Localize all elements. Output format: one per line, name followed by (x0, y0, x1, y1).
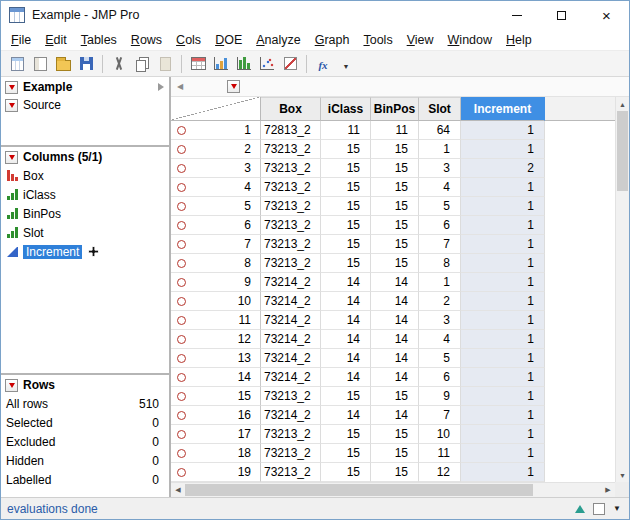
cell-increment[interactable]: 1 (461, 178, 545, 197)
row-header-cell[interactable]: 12 (171, 330, 261, 349)
menu-item-window[interactable]: Window (441, 31, 499, 49)
cell-binpos[interactable]: 15 (371, 216, 419, 235)
cell-increment[interactable]: 1 (461, 197, 545, 216)
column-header-box[interactable]: Box (261, 97, 321, 121)
cell-iclass[interactable]: 15 (321, 425, 371, 444)
cell-binpos[interactable]: 15 (371, 463, 419, 482)
journal-icon[interactable] (29, 53, 51, 75)
cell-iclass[interactable]: 14 (321, 368, 371, 387)
cell-box[interactable]: 73214_2 (261, 406, 321, 425)
cell-slot[interactable]: 1 (419, 273, 461, 292)
row-header-cell[interactable]: 1 (171, 121, 261, 140)
row-header-cell[interactable]: 14 (171, 368, 261, 387)
cell-iclass[interactable]: 14 (321, 406, 371, 425)
cell-box[interactable]: 73213_2 (261, 444, 321, 463)
menu-item-edit[interactable]: Edit (38, 31, 74, 49)
column-item-iclass[interactable]: iClass (1, 185, 169, 204)
column-header-increment[interactable]: Increment (461, 97, 545, 121)
cell-iclass[interactable]: 11 (321, 121, 371, 140)
scroll-right-button[interactable]: ▶ (601, 483, 615, 497)
cell-box[interactable]: 73214_2 (261, 349, 321, 368)
horizontal-scrollbar-thumb[interactable] (185, 484, 533, 496)
cell-iclass[interactable]: 15 (321, 387, 371, 406)
cell-increment[interactable]: 1 (461, 273, 545, 292)
cell-slot[interactable]: 9 (419, 387, 461, 406)
cell-binpos[interactable]: 15 (371, 444, 419, 463)
cell-increment[interactable]: 1 (461, 254, 545, 273)
menu-item-tools[interactable]: Tools (356, 31, 399, 49)
row-header-cell[interactable]: 6 (171, 216, 261, 235)
vertical-scrollbar[interactable]: ▲ ▼ (615, 97, 629, 482)
menu-item-graph[interactable]: Graph (308, 31, 357, 49)
collapse-panels-button[interactable]: ◀ (173, 80, 187, 94)
cell-slot[interactable]: 12 (419, 463, 461, 482)
cell-box[interactable]: 73214_2 (261, 273, 321, 292)
cell-slot[interactable]: 1 (419, 140, 461, 159)
row-header-cell[interactable]: 7 (171, 235, 261, 254)
cell-slot[interactable]: 4 (419, 178, 461, 197)
scroll-left-button[interactable]: ◀ (171, 483, 185, 497)
cell-box[interactable]: 73214_2 (261, 368, 321, 387)
status-checkbox[interactable] (593, 503, 605, 515)
cell-slot[interactable]: 8 (419, 254, 461, 273)
cell-increment[interactable]: 1 (461, 425, 545, 444)
cell-binpos[interactable]: 15 (371, 254, 419, 273)
menu-item-view[interactable]: View (400, 31, 441, 49)
row-header-cell[interactable]: 18 (171, 444, 261, 463)
horizontal-scrollbar[interactable]: ◀ ▶ (171, 482, 615, 497)
cell-box[interactable]: 73213_2 (261, 216, 321, 235)
cell-slot[interactable]: 64 (419, 121, 461, 140)
cell-increment[interactable]: 1 (461, 216, 545, 235)
minimize-button[interactable] (494, 1, 539, 29)
scroll-to-top-icon[interactable] (575, 505, 585, 513)
row-header-cell[interactable]: 2 (171, 140, 261, 159)
cell-iclass[interactable]: 14 (321, 349, 371, 368)
open-icon[interactable] (52, 53, 74, 75)
paste-icon[interactable] (154, 53, 176, 75)
cell-iclass[interactable]: 15 (321, 235, 371, 254)
cell-binpos[interactable]: 14 (371, 330, 419, 349)
column-item-increment[interactable]: Increment (1, 242, 169, 261)
cell-box[interactable]: 73213_2 (261, 425, 321, 444)
table-corner-cell[interactable] (171, 97, 261, 121)
cell-iclass[interactable]: 15 (321, 159, 371, 178)
column-header-iclass[interactable]: iClass (321, 97, 371, 121)
cell-iclass[interactable]: 15 (321, 140, 371, 159)
cell-box[interactable]: 73214_2 (261, 330, 321, 349)
menu-item-tables[interactable]: Tables (74, 31, 124, 49)
cell-slot[interactable]: 6 (419, 216, 461, 235)
cell-slot[interactable]: 3 (419, 311, 461, 330)
new-table-icon[interactable] (6, 53, 28, 75)
cell-box[interactable]: 73213_2 (261, 235, 321, 254)
cell-iclass[interactable]: 14 (321, 292, 371, 311)
cell-increment[interactable]: 1 (461, 311, 545, 330)
row-header-cell[interactable]: 15 (171, 387, 261, 406)
cell-binpos[interactable]: 15 (371, 425, 419, 444)
cell-slot[interactable]: 4 (419, 330, 461, 349)
cell-iclass[interactable]: 14 (321, 273, 371, 292)
cell-slot[interactable]: 5 (419, 349, 461, 368)
column-header-slot[interactable]: Slot (419, 97, 461, 121)
cell-increment[interactable]: 1 (461, 121, 545, 140)
menu-item-help[interactable]: Help (499, 31, 539, 49)
cell-increment[interactable]: 1 (461, 292, 545, 311)
cell-increment[interactable]: 1 (461, 140, 545, 159)
cell-increment[interactable]: 2 (461, 159, 545, 178)
save-icon[interactable] (75, 53, 97, 75)
chevron-right-icon[interactable] (158, 83, 164, 91)
vertical-scrollbar-thumb[interactable] (617, 111, 628, 191)
horizontal-scrollbar-track[interactable] (533, 483, 601, 497)
row-header-cell[interactable]: 3 (171, 159, 261, 178)
cell-box[interactable]: 73213_2 (261, 197, 321, 216)
row-header-cell[interactable]: 19 (171, 463, 261, 482)
rows-stat-all-rows[interactable]: All rows510 (1, 394, 169, 413)
cell-iclass[interactable]: 14 (321, 330, 371, 349)
row-header-cell[interactable]: 9 (171, 273, 261, 292)
cell-increment[interactable]: 1 (461, 349, 545, 368)
row-header-cell[interactable]: 11 (171, 311, 261, 330)
cell-increment[interactable]: 1 (461, 330, 545, 349)
cell-increment[interactable]: 1 (461, 444, 545, 463)
rows-stat-excluded[interactable]: Excluded0 (1, 432, 169, 451)
rows-stat-hidden[interactable]: Hidden0 (1, 451, 169, 470)
cell-iclass[interactable]: 15 (321, 197, 371, 216)
